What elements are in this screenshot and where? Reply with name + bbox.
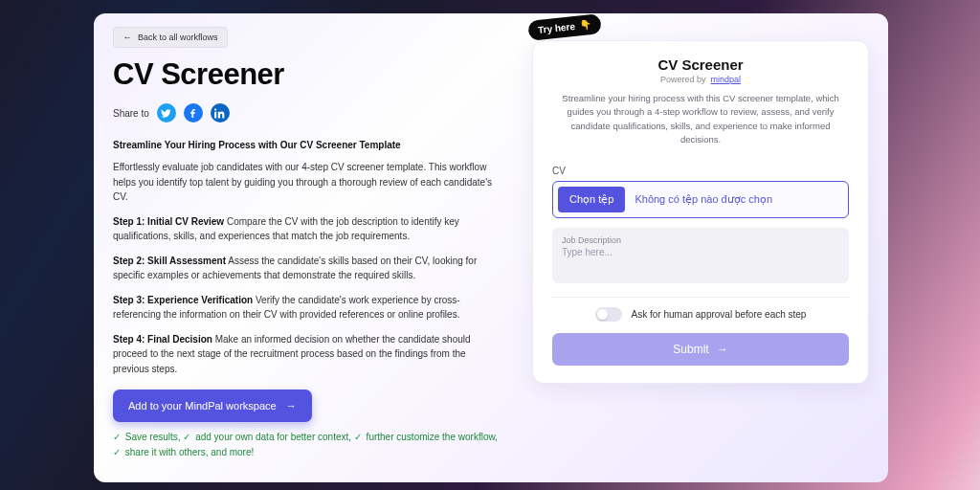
linkedin-icon[interactable] — [211, 103, 230, 122]
approval-row: Ask for human approval before each step — [552, 307, 849, 322]
share-label: Share to — [113, 108, 149, 119]
feature-list: ✓ Save results, ✓ add your own data for … — [113, 430, 503, 460]
widget-title: CV Screener — [552, 56, 849, 73]
intro-paragraph: Effortlessly evaluate job candidates wit… — [113, 160, 503, 205]
back-button-label: Back to all workflows — [138, 33, 218, 42]
check-icon: ✓ — [354, 432, 362, 442]
check-icon: ✓ — [113, 432, 121, 442]
divider — [552, 297, 849, 298]
feature-2: add your own data for better context, — [195, 432, 351, 442]
page-title: CV Screener — [113, 57, 503, 92]
left-column: ← Back to all workflows CV Screener Shar… — [113, 27, 503, 469]
twitter-icon[interactable] — [157, 103, 176, 122]
step-1-lead: Step 1: Initial CV Review — [113, 216, 224, 227]
feature-4: share it with others, and more! — [125, 447, 255, 457]
brand-link[interactable]: mindpal — [711, 75, 742, 84]
arrow-right-icon: → — [717, 343, 728, 356]
subtitle: Streamline Your Hiring Process with Our … — [113, 140, 503, 150]
approval-label: Ask for human approval before each step — [632, 309, 807, 320]
step-3-lead: Step 3: Experience Verification — [113, 295, 253, 305]
try-here-label: Try here — [538, 21, 576, 35]
workflow-widget: CV Screener Powered by mindpal Streamlin… — [532, 40, 869, 384]
add-to-workspace-button[interactable]: Add to your MindPal workspace → — [113, 390, 312, 422]
share-row: Share to — [113, 103, 503, 122]
arrow-left-icon: ← — [122, 33, 132, 42]
cv-file-input[interactable]: Chọn tệp Không có tệp nào được chọn — [552, 181, 849, 218]
powered-prefix: Powered by — [660, 75, 706, 84]
feature-1: Save results, — [125, 432, 181, 442]
approval-toggle[interactable] — [595, 307, 622, 322]
feature-3: further customize the workflow, — [367, 432, 498, 442]
check-icon: ✓ — [183, 432, 190, 442]
step-4: Step 4: Final Decision Make an informed … — [113, 332, 503, 377]
facebook-icon[interactable] — [184, 103, 203, 122]
widget-description: Streamline your hiring process with this… — [562, 92, 839, 146]
job-description-input[interactable]: Job Description Type here... — [552, 228, 849, 283]
point-down-icon: 👇 — [579, 19, 591, 31]
back-button[interactable]: ← Back to all workflows — [113, 27, 228, 48]
step-2: Step 2: Skill Assessment Assess the cand… — [113, 254, 503, 283]
arrow-right-icon: → — [286, 400, 297, 412]
choose-file-button[interactable]: Chọn tệp — [558, 187, 625, 212]
job-description-label: Job Description — [562, 235, 839, 245]
job-description-placeholder: Type here... — [562, 247, 839, 257]
step-2-lead: Step 2: Skill Assessment — [113, 256, 226, 266]
right-column: Try here 👇 CV Screener Powered by mindpa… — [532, 27, 869, 469]
cv-label: CV — [552, 166, 849, 176]
step-1: Step 1: Initial CV Review Compare the CV… — [113, 214, 503, 244]
file-status-text: Không có tệp nào được chọn — [635, 193, 772, 206]
try-here-badge: Try here 👇 — [527, 13, 602, 41]
widget-powered-by: Powered by mindpal — [552, 75, 849, 84]
workflow-page: ← Back to all workflows CV Screener Shar… — [94, 13, 888, 482]
step-3: Step 3: Experience Verification Verify t… — [113, 293, 503, 323]
submit-label: Submit — [673, 343, 708, 356]
check-icon: ✓ — [113, 447, 121, 457]
step-4-lead: Step 4: Final Decision — [113, 334, 212, 345]
cta-label: Add to your MindPal workspace — [128, 400, 277, 412]
submit-button[interactable]: Submit → — [552, 333, 849, 366]
